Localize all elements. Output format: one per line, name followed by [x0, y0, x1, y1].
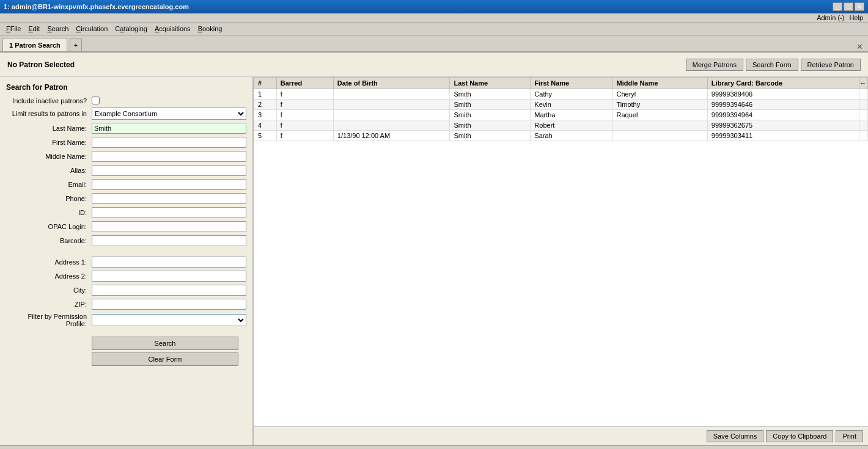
cell-barred: f — [276, 89, 333, 100]
cell-num: 5 — [254, 131, 277, 141]
address2-row: Address 2: — [6, 271, 246, 282]
phone-input[interactable] — [92, 193, 246, 204]
menu-edit[interactable]: Edit — [24, 24, 43, 34]
alias-input[interactable] — [92, 165, 246, 176]
last-name-input[interactable] — [92, 123, 246, 134]
main-container: No Patron Selected Merge Patrons Search … — [0, 53, 868, 445]
col-num: # — [254, 78, 277, 89]
cell-library_card: 99999394646 — [707, 100, 859, 110]
menu-cataloging[interactable]: Cataloging — [111, 24, 151, 34]
form-buttons: Search Clear Form — [6, 337, 246, 366]
email-input[interactable] — [92, 179, 246, 190]
middle-name-label: Middle Name: — [6, 153, 92, 160]
table-row[interactable]: 3fSmithMarthaRaquel99999394964 — [254, 110, 868, 120]
cell-dob — [333, 100, 450, 110]
address2-input[interactable] — [92, 271, 246, 282]
address1-row: Address 1: — [6, 257, 246, 268]
include-inactive-checkbox[interactable] — [92, 97, 100, 104]
middle-name-row: Middle Name: — [6, 151, 246, 162]
table-row[interactable]: 1fSmithCathyCheryl99999389406 — [254, 89, 868, 100]
alias-label: Alias: — [6, 167, 92, 174]
first-name-input[interactable] — [92, 137, 246, 148]
city-input[interactable] — [92, 285, 246, 296]
cell-middle_name — [612, 131, 707, 141]
last-name-label: Last Name: — [6, 125, 92, 132]
opac-login-input[interactable] — [92, 221, 246, 232]
barcode-label: Barcode: — [6, 237, 92, 244]
address1-input[interactable] — [92, 257, 246, 268]
include-inactive-row: Include inactive patrons? — [6, 97, 246, 104]
middle-name-input[interactable] — [92, 151, 246, 162]
save-columns-button[interactable]: Save Columns — [707, 430, 764, 442]
print-button[interactable]: Print — [836, 430, 863, 442]
search-button[interactable]: Search — [92, 337, 238, 350]
include-inactive-label: Include inactive patrons? — [6, 97, 92, 104]
cell-dob — [333, 120, 450, 131]
menu-circulation[interactable]: Circulation — [72, 24, 111, 34]
tab-close-button[interactable]: ✕ — [854, 42, 866, 51]
col-barred: Barred — [276, 78, 333, 89]
cell-num: 2 — [254, 100, 277, 110]
tab-add-button[interactable]: + — [70, 38, 82, 51]
first-name-label: First Name: — [6, 139, 92, 146]
address1-label: Address 1: — [6, 258, 92, 266]
city-row: City: — [6, 285, 246, 296]
results-table: # Barred Date of Birth Last Name First N… — [254, 77, 868, 426]
help-label[interactable]: Help — [849, 14, 863, 21]
table-row[interactable]: 2fSmithKevinTimothy99999394646 — [254, 100, 868, 110]
limit-results-row: Limit results to patrons in Example Cons… — [6, 108, 246, 120]
table-row[interactable]: 4fSmithRobert99999362675 — [254, 120, 868, 131]
cell-middle_name — [612, 120, 707, 131]
col-library-card: Library Card: Barcode — [707, 78, 859, 89]
copy-clipboard-button[interactable]: Copy to Clipboard — [766, 430, 833, 442]
menu-file[interactable]: FFile — [2, 24, 24, 34]
menu-booking[interactable]: Booking — [194, 24, 226, 34]
cell-num: 4 — [254, 120, 277, 131]
col-last-name: Last Name — [450, 78, 531, 89]
bottom-bar: Save Columns Copy to Clipboard Print — [254, 426, 868, 445]
table-row[interactable]: 5f1/13/90 12:00 AMSmithSarah99999303411 — [254, 131, 868, 141]
header-buttons: Merge Patrons Search Form Retrieve Patro… — [686, 59, 861, 71]
maximize-button[interactable]: □ — [844, 2, 853, 11]
cell-barred: f — [276, 110, 333, 120]
phone-label: Phone: — [6, 195, 92, 202]
tab-patron-search[interactable]: 1 Patron Search — [2, 38, 67, 51]
filter-profile-select[interactable] — [92, 314, 246, 326]
cell-library_card: 99999394964 — [707, 110, 859, 120]
cell-middle_name: Cheryl — [612, 89, 707, 100]
table-header: # Barred Date of Birth Last Name First N… — [254, 78, 868, 89]
cell-num: 1 — [254, 89, 277, 100]
status-bar — [0, 445, 868, 449]
search-form-title: Search for Patron — [6, 83, 246, 92]
limit-results-select[interactable]: Example Consortium — [92, 108, 246, 120]
retrieve-patron-button[interactable]: Retrieve Patron — [801, 59, 861, 71]
title-bar-controls: _ □ ✕ — [833, 2, 864, 11]
last-name-row: Last Name: — [6, 123, 246, 134]
clear-form-button[interactable]: Clear Form — [92, 352, 238, 366]
results-body: 1fSmithCathyCheryl999993894062fSmithKevi… — [254, 89, 868, 141]
email-row: Email: — [6, 179, 246, 190]
filter-profile-row: Filter by Permission Profile: — [6, 313, 246, 327]
cell-last_name: Smith — [450, 120, 531, 131]
phone-row: Phone: — [6, 193, 246, 204]
col-expand[interactable]: ↔ — [859, 78, 868, 89]
content-area: Search for Patron Include inactive patro… — [0, 77, 868, 445]
cell-barred: f — [276, 120, 333, 131]
barcode-input[interactable] — [92, 235, 246, 246]
zip-label: ZIP: — [6, 301, 92, 308]
id-input[interactable] — [92, 207, 246, 218]
minimize-button[interactable]: _ — [833, 2, 842, 11]
search-form-button[interactable]: Search Form — [746, 59, 798, 71]
cell-dob: 1/13/90 12:00 AM — [333, 131, 450, 141]
close-button[interactable]: ✕ — [855, 2, 864, 11]
cell-library_card: 99999303411 — [707, 131, 859, 141]
admin-label[interactable]: Admin (-) — [817, 14, 844, 21]
menu-acquisitions[interactable]: Acquisitions — [151, 24, 194, 34]
menu-search[interactable]: Search — [43, 24, 72, 34]
cell-library_card: 99999389406 — [707, 89, 859, 100]
merge-patrons-button[interactable]: Merge Patrons — [686, 59, 743, 71]
header-row: No Patron Selected Merge Patrons Search … — [0, 53, 868, 77]
zip-input[interactable] — [92, 299, 246, 310]
first-name-row: First Name: — [6, 137, 246, 148]
cell-last_name: Smith — [450, 100, 531, 110]
